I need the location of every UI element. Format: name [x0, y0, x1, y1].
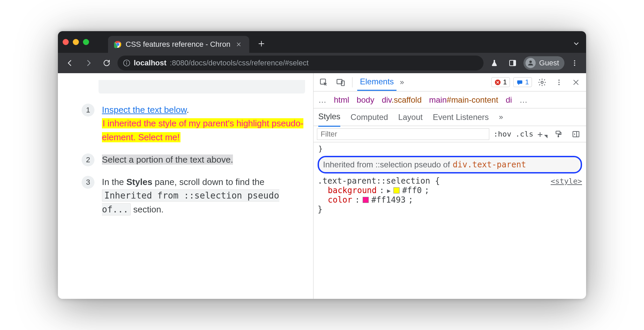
url-path: :8080/docs/devtools/css/reference/#selec… [170, 59, 309, 67]
tab-layout[interactable]: Layout [398, 112, 423, 122]
svg-point-19 [558, 84, 560, 85]
page-top-block [99, 80, 305, 94]
titlebar: CSS features reference - Chron [58, 31, 586, 53]
paint-icon[interactable] [552, 127, 565, 141]
rule-close-brace: } [318, 145, 582, 152]
code-text: Inherited from ::selection pseudo of... [102, 189, 279, 215]
svg-point-9 [574, 62, 575, 64]
site-info-icon[interactable] [123, 59, 130, 67]
cls-toggle[interactable]: .cls [515, 130, 533, 138]
highlighted-text[interactable]: I inherited the style of my parent's hig… [102, 118, 303, 142]
new-rule-button[interactable]: + [537, 129, 548, 139]
ordered-list: 1 Inspect the text below. I inherited th… [82, 103, 305, 216]
messages-badge[interactable]: 1 [513, 77, 532, 87]
new-tab-button[interactable] [255, 37, 268, 50]
hov-toggle[interactable]: :hov [493, 130, 511, 138]
svg-rect-20 [556, 131, 560, 134]
list-number: 3 [82, 176, 94, 189]
address-bar[interactable]: localhost:8080/docs/devtools/css/referen… [117, 56, 484, 70]
labs-icon[interactable] [487, 56, 502, 70]
list-number: 2 [82, 153, 94, 166]
declaration-row[interactable]: background: ▶ #ff0; [318, 186, 582, 195]
breadcrumb[interactable]: … html body div.scaffold main#main-conte… [314, 91, 586, 108]
tab-event-listeners[interactable]: Event Listeners [433, 112, 489, 122]
minimize-window-icon[interactable] [73, 39, 79, 45]
browser-tab[interactable]: CSS features reference - Chron [108, 36, 249, 53]
svg-point-18 [558, 82, 560, 83]
rule-header: .text-parent::selection { <style> [318, 176, 582, 186]
svg-point-3 [126, 61, 127, 62]
styles-bold: Styles [126, 177, 152, 187]
inherited-section-header[interactable]: Inherited from ::selection pseudo of div… [318, 156, 582, 173]
back-button[interactable] [63, 56, 78, 70]
svg-rect-22 [573, 131, 579, 137]
close-window-icon[interactable] [63, 39, 69, 45]
tabs-menu-icon[interactable] [571, 39, 581, 49]
url-host: localhost [134, 59, 167, 67]
messages-count: 1 [525, 78, 529, 86]
property-value: #ff1493 [371, 195, 406, 205]
rule-selector[interactable]: .text-parent::selection { [318, 176, 440, 186]
step-text: section. [131, 204, 164, 214]
maximize-window-icon[interactable] [83, 39, 89, 45]
chrome-favicon-icon [114, 41, 122, 48]
tab-close-icon[interactable] [234, 40, 243, 49]
list-item: 2 Select a portion of the text above. [82, 153, 305, 166]
svg-point-1 [116, 43, 119, 46]
styles-pane[interactable]: } Inherited from ::selection pseudo of d… [314, 142, 586, 221]
tabs-overflow-icon[interactable]: » [400, 78, 404, 87]
toolbar: localhost:8080/docs/devtools/css/referen… [58, 53, 586, 73]
svg-point-17 [558, 79, 560, 81]
property-name: background [328, 186, 377, 195]
device-toolbar-icon[interactable] [334, 76, 347, 89]
page-viewport: 1 Inspect the text below. I inherited th… [58, 73, 313, 299]
profile-chip[interactable]: Guest [523, 56, 564, 70]
svg-rect-6 [513, 60, 516, 66]
browser-menu-icon[interactable] [568, 56, 581, 70]
crumb-ellipsis[interactable]: … [318, 95, 326, 105]
avatar-icon [525, 58, 536, 68]
errors-badge[interactable]: 1 [491, 77, 510, 87]
crumb-html[interactable]: html [334, 95, 349, 105]
step-text: In the [102, 177, 126, 187]
close-devtools-icon[interactable] [569, 76, 583, 89]
property-value: #ff0 [402, 186, 422, 195]
declaration-row[interactable]: color: #ff1493; [318, 195, 582, 205]
rule-close-brace: } [318, 205, 582, 214]
tab-computed[interactable]: Computed [350, 112, 388, 122]
forward-button[interactable] [81, 56, 96, 70]
crumb-div[interactable]: div.scaffold [382, 95, 422, 105]
reload-button[interactable] [99, 56, 114, 70]
tab-title: CSS features reference - Chron [126, 40, 230, 49]
period: . [187, 105, 189, 115]
inspect-element-icon[interactable] [317, 76, 330, 89]
step-text: pane, scroll down to find the [152, 177, 264, 187]
errors-count: 1 [503, 78, 507, 86]
window-controls [63, 39, 89, 45]
crumb-main[interactable]: main#main-content [429, 95, 498, 105]
tab-styles[interactable]: Styles [318, 112, 340, 127]
content-area: 1 Inspect the text below. I inherited th… [58, 73, 586, 299]
subtabs-overflow-icon[interactable]: » [499, 113, 503, 122]
profile-label: Guest [539, 59, 559, 67]
crumb-body[interactable]: body [357, 95, 374, 105]
tab-elements[interactable]: Elements [357, 74, 396, 91]
svg-rect-4 [126, 63, 127, 65]
devtools-menu-icon[interactable] [552, 76, 566, 89]
color-swatch[interactable] [363, 197, 369, 203]
crumb-di[interactable]: di [506, 95, 512, 105]
rule-source[interactable]: <style> [551, 177, 582, 185]
color-swatch[interactable] [393, 187, 400, 193]
expand-icon[interactable]: ▶ [387, 187, 391, 194]
settings-icon[interactable] [535, 76, 549, 89]
styles-filterbar: :hov .cls + [314, 126, 586, 142]
crumb-ellipsis[interactable]: … [519, 95, 528, 105]
svg-rect-15 [517, 80, 522, 84]
svg-point-7 [530, 61, 532, 63]
styles-filter-input[interactable] [317, 128, 489, 140]
property-name: color [328, 195, 352, 205]
browser-window: CSS features reference - Chron [58, 31, 586, 299]
inspect-link[interactable]: Inspect the text below [102, 105, 187, 115]
toggle-sidebar-icon[interactable] [569, 127, 583, 141]
side-panel-icon[interactable] [505, 56, 520, 70]
